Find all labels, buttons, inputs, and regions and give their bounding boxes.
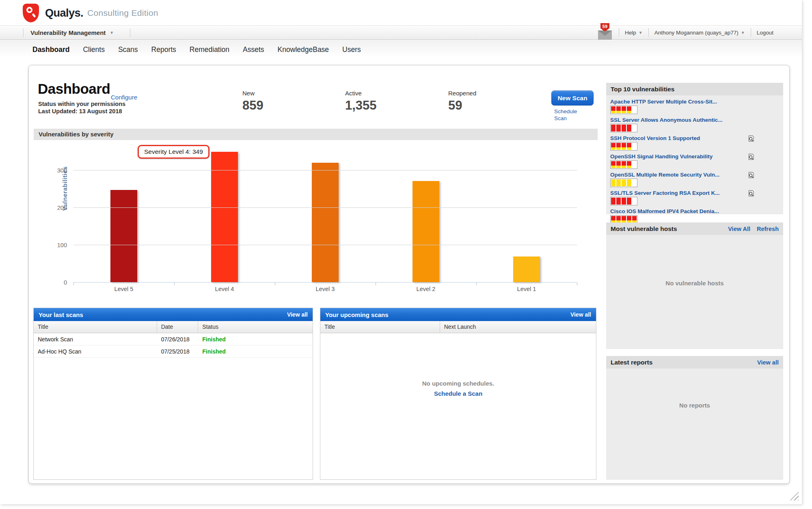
chart-slot (376, 140, 476, 283)
severity-cell (627, 161, 631, 168)
brand-edition: Consulting Edition (87, 8, 158, 18)
status-line: Status within your permissions (38, 101, 125, 107)
hosts-links: View All Refresh (728, 226, 779, 232)
qualys-logo: Qualys. Consulting Edition (23, 4, 158, 22)
notifications-inbox[interactable]: 59 (597, 24, 613, 40)
tab-assets[interactable]: Assets (243, 44, 264, 56)
vulnerability-link[interactable]: Apache HTTP Server Multiple Cross-Sit... (610, 99, 747, 105)
chart-xlabels: Level 5Level 4Level 3Level 2Level 1 (73, 286, 577, 292)
resize-grip[interactable] (789, 491, 799, 500)
logout-button[interactable]: Logout (757, 30, 773, 36)
tab-reports[interactable]: Reports (151, 44, 176, 56)
preview-search-icon[interactable] (747, 135, 755, 144)
bar-level-2[interactable] (412, 181, 439, 282)
severity-cell (622, 198, 626, 205)
vulnerability-link[interactable]: OpenSSL Multiple Remote Security Vuln... (610, 172, 747, 178)
help-label: Help (625, 30, 636, 36)
severity-cell (611, 179, 615, 186)
ytick-label: 100 (57, 242, 67, 248)
module-selector[interactable]: Vulnerability Management ▼ (30, 26, 114, 39)
configure-link[interactable]: Configure (111, 94, 137, 101)
severity-meter (610, 179, 637, 187)
schedule-a-scan-link[interactable]: Schedule a Scan (320, 390, 596, 397)
preview-search-icon[interactable] (747, 190, 755, 199)
help-menu[interactable]: Help ▼ (625, 30, 643, 36)
chart-slot (275, 140, 376, 283)
brand-name: Qualys. (45, 7, 83, 19)
vulnerability-link[interactable]: OpenSSH Signal Handling Vulnerability (610, 153, 747, 160)
tab-remediation[interactable]: Remediation (190, 44, 229, 56)
severity-cell (611, 198, 615, 205)
column-header-next-launch[interactable]: Next Launch (440, 321, 596, 333)
column-header-title[interactable]: Title (34, 321, 157, 333)
tabbar: DashboardClientsScansReportsRemediationA… (0, 40, 802, 65)
user-menu[interactable]: Anthony Mogannam (quays_ap77) ▼ (654, 30, 745, 36)
most-vulnerable-hosts-panel: Most vulnerable hosts View All Refresh N… (606, 222, 783, 349)
severity-cell (611, 143, 615, 150)
x-axis-tick (476, 283, 477, 285)
chart-slot (476, 140, 577, 283)
hosts-view-all-link[interactable]: View All (728, 226, 750, 232)
chart-plot: Severity Level 4: 349 0100200300 (73, 140, 577, 283)
top10-item: Cisco IOS Malformed IPV4 Packet Denia... (610, 208, 779, 224)
scan-date: 07/26/2018 (157, 333, 199, 345)
tab-users[interactable]: Users (342, 44, 361, 56)
tab-dashboard[interactable]: Dashboard (32, 44, 69, 56)
severity-meter (610, 142, 637, 151)
preview-search-icon[interactable] (747, 172, 755, 181)
upcoming-scans-view-all-link[interactable]: View all (570, 311, 591, 318)
severity-cell (622, 216, 626, 223)
last-scans-rows: Network Scan07/26/2018FinishedAd-Hoc HQ … (34, 333, 313, 358)
table-row[interactable]: Ad-Hoc HQ Scan07/25/2018Finished (34, 345, 313, 358)
hosts-refresh-link[interactable]: Refresh (757, 226, 779, 232)
x-axis-tick (376, 283, 376, 285)
empty-message: No reports (679, 402, 710, 409)
table-row[interactable]: Network Scan07/26/2018Finished (34, 333, 313, 345)
top10-item: SSL Server Allows Anonymous Authentic... (610, 117, 779, 133)
app-window: Qualys. Consulting Edition Vulnerability… (0, 0, 802, 504)
bar-level-3[interactable] (312, 163, 339, 282)
severity-cell (622, 143, 626, 150)
bar-level-1[interactable] (513, 257, 540, 282)
scan-title: Network Scan (34, 333, 157, 345)
reports-view-all-link[interactable]: View all (757, 359, 779, 366)
new-scan-button[interactable]: New Scan (551, 91, 594, 106)
x-axis-tick (275, 283, 275, 285)
nav-tabs: DashboardClientsScansReportsRemediationA… (32, 44, 374, 56)
severity-cell (622, 106, 626, 113)
severity-cell (611, 106, 615, 113)
panel-title: Your upcoming scans (325, 311, 389, 318)
stat-label: New (242, 90, 263, 97)
gridline (73, 245, 577, 245)
reports-empty-state: No reports (606, 402, 783, 409)
xlabel: Level 4 (174, 286, 275, 292)
column-header-status[interactable]: Status (198, 321, 313, 333)
vulnerability-link[interactable]: SSL Server Allows Anonymous Authentic... (610, 117, 747, 123)
stat-label: Active (345, 90, 377, 97)
xlabel: Level 1 (476, 286, 577, 292)
last-scans-view-all-link[interactable]: View all (287, 311, 308, 318)
qualys-shield-icon (23, 4, 39, 22)
dashboard-card: Dashboard Configure Status within your p… (28, 65, 790, 484)
gridline (73, 170, 577, 170)
severity-cell (632, 143, 637, 150)
vulnerability-link[interactable]: Cisco IOS Malformed IPV4 Packet Denia... (610, 208, 747, 214)
vulnerability-link[interactable]: SSL/TLS Server Factoring RSA Export K... (610, 190, 747, 196)
user-label: Anthony Mogannam (quays_ap77) (654, 30, 739, 36)
bar-level-4[interactable] (211, 152, 238, 282)
bar-level-5[interactable] (110, 190, 137, 282)
x-axis-tick (577, 283, 577, 285)
top10-item: Apache HTTP Server Multiple Cross-Sit... (610, 99, 779, 115)
preview-search-icon[interactable] (747, 153, 755, 162)
schedule-scan-link[interactable]: Schedule Scan (554, 108, 587, 122)
tab-scans[interactable]: Scans (118, 44, 138, 56)
vulnerability-link[interactable]: SSH Protocol Version 1 Supported (610, 135, 747, 141)
brand-bar: Qualys. Consulting Edition (0, 0, 802, 25)
xlabel: Level 2 (376, 286, 476, 292)
x-axis-tick (174, 283, 175, 285)
column-header-title[interactable]: Title (320, 321, 440, 333)
x-axis-tick (73, 283, 74, 285)
tab-clients[interactable]: Clients (83, 44, 105, 56)
tab-knowledgebase[interactable]: KnowledgeBase (278, 44, 329, 56)
column-header-date[interactable]: Date (157, 321, 199, 333)
